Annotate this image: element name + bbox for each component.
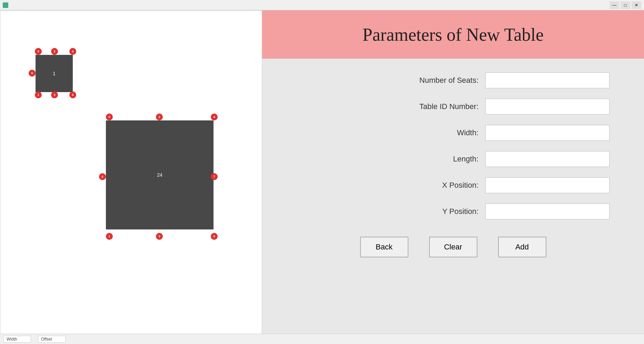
handle-t24-2[interactable]: 2 (156, 114, 163, 120)
handle-t24-1[interactable]: 1 (106, 233, 113, 240)
tableid-input[interactable] (485, 99, 610, 115)
status-width: Width (3, 336, 31, 343)
handle-t24-7[interactable]: 7 (211, 173, 218, 180)
handle-t1-5[interactable]: 5 (69, 91, 76, 98)
table-24-label: 24 (157, 172, 162, 178)
handle-t1-2[interactable]: 2 (51, 48, 58, 55)
form-area: Number of Seats: Table ID Number: Width:… (262, 59, 644, 271)
handle-t24-3[interactable]: 3 (156, 233, 163, 240)
length-row: Length: (297, 151, 610, 167)
handle-t1-4[interactable]: 4 (69, 48, 76, 55)
clear-button[interactable]: Clear (429, 237, 477, 257)
handle-t1-1[interactable]: 1 (35, 91, 42, 98)
xpos-input[interactable] (485, 177, 610, 193)
buttons-row: Back Clear Add (297, 237, 610, 257)
table-1[interactable]: 1 (36, 55, 73, 92)
ypos-input[interactable] (485, 204, 610, 219)
length-input[interactable] (485, 151, 610, 167)
handle-t24-5[interactable]: 5 (211, 233, 218, 240)
tableid-row: Table ID Number: (297, 99, 610, 115)
ypos-label: Y Position: (403, 207, 478, 216)
add-button[interactable]: Add (498, 237, 546, 257)
back-button[interactable]: Back (360, 237, 408, 257)
length-label: Length: (403, 155, 478, 164)
ypos-row: Y Position: (297, 204, 610, 219)
panel-header: Parameters of New Table (262, 10, 644, 59)
handle-t1-3[interactable]: 3 (51, 91, 58, 98)
handle-t24-0[interactable]: 0 (106, 114, 113, 120)
handle-t24-6[interactable]: 6 (99, 173, 106, 180)
width-input[interactable] (485, 125, 610, 141)
width-label: Width: (403, 128, 478, 137)
tableid-label: Table ID Number: (403, 102, 478, 111)
handle-t24-4[interactable]: 4 (211, 114, 218, 120)
table-1-label: 1 (53, 71, 56, 76)
close-button[interactable]: ✕ (632, 1, 641, 9)
width-row: Width: (297, 125, 610, 141)
app-icon (3, 2, 8, 8)
restore-button[interactable]: □ (621, 1, 630, 9)
xpos-row: X Position: (297, 177, 610, 193)
handle-t1-0[interactable]: 0 (35, 48, 42, 55)
seats-label: Number of Seats: (403, 76, 478, 85)
right-panel: Parameters of New Table Number of Seats:… (262, 10, 644, 344)
minimize-button[interactable]: — (610, 1, 619, 9)
xpos-label: X Position: (403, 181, 478, 190)
status-bar: Width Offset (0, 334, 644, 344)
panel-title: Parameters of New Table (363, 24, 544, 45)
table-24-container: 0 1 2 3 4 5 6 7 24 (102, 117, 219, 241)
table-24[interactable]: 24 (106, 120, 214, 229)
seats-row: Number of Seats: (297, 72, 610, 88)
seats-input[interactable] (485, 72, 610, 88)
canvas-area: 0 1 2 3 4 5 6 1 0 1 2 3 4 5 6 7 24 (0, 10, 262, 344)
status-offset: Offset (38, 336, 66, 343)
table-1-container: 0 1 2 3 4 5 6 1 (32, 51, 77, 96)
handle-t1-6[interactable]: 6 (29, 70, 36, 77)
window-controls: — □ ✕ (610, 1, 641, 9)
title-bar: — □ ✕ (0, 0, 644, 10)
